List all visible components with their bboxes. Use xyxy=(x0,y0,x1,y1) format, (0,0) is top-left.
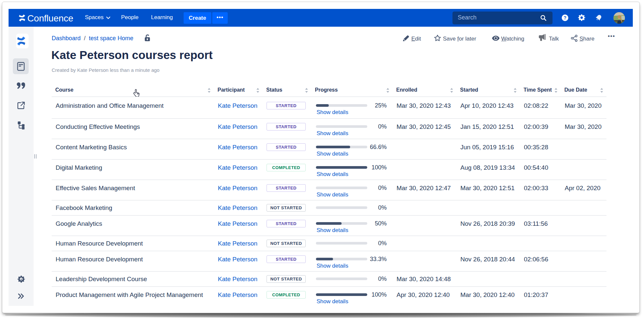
svg-text:?: ? xyxy=(564,15,567,20)
